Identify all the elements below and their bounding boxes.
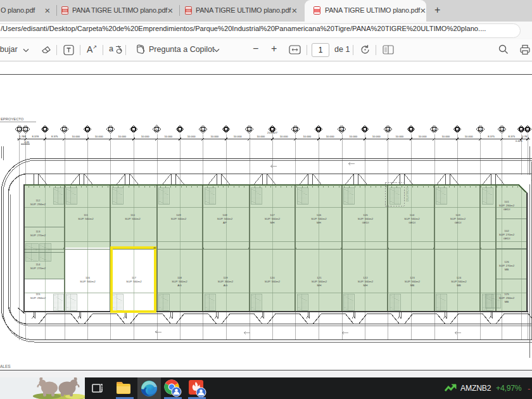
svg-text:GEDI: GEDI	[455, 221, 462, 224]
svg-text:10.000: 10.000	[141, 135, 149, 138]
svg-text:GEDI: GEDI	[408, 221, 415, 224]
svg-text:SUP. 360m2: SUP. 360m2	[218, 280, 234, 283]
svg-text:SUP. 560m2: SUP. 560m2	[125, 217, 141, 220]
svg-text:SUP. 560m2: SUP. 560m2	[450, 217, 466, 220]
svg-text:113: 113	[36, 230, 41, 233]
svg-text:124: 124	[457, 276, 462, 279]
svg-text:0.425: 0.425	[516, 139, 522, 142]
svg-text:EPROYECTO: EPROYECTO	[1, 117, 24, 121]
svg-text:19: 19	[410, 128, 413, 131]
svg-text:10.000: 10.000	[164, 135, 172, 138]
svg-text:AG: AG	[224, 284, 228, 287]
svg-text:10.000: 10.000	[187, 135, 196, 138]
svg-text:AG: AG	[177, 284, 182, 287]
svg-text:SUP. 270m2: SUP. 270m2	[30, 267, 46, 270]
svg-text:SUP. 560m2: SUP. 560m2	[172, 280, 187, 283]
svg-text:117: 117	[132, 276, 137, 279]
svg-text:121: 121	[317, 276, 322, 279]
svg-text:106: 106	[317, 213, 322, 217]
svg-text:125: 125	[504, 293, 509, 296]
svg-text:SUP. 270m2: SUP. 270m2	[499, 233, 515, 236]
svg-text:10.000: 10.000	[395, 135, 403, 138]
svg-text:22: 22	[479, 128, 482, 131]
svg-text:108: 108	[222, 213, 227, 217]
svg-text:SUP. 560m2: SUP. 560m2	[80, 280, 96, 283]
svg-text:AP: AP	[223, 221, 227, 224]
svg-text:18: 18	[386, 128, 390, 131]
svg-text:14: 14	[294, 128, 297, 131]
svg-text:GEDI: GEDI	[504, 208, 510, 211]
svg-text:119: 119	[224, 276, 229, 279]
svg-text:SUP. 560m2: SUP. 560m2	[171, 217, 187, 220]
svg-text:8.375: 8.375	[509, 135, 516, 138]
svg-text:SUP. 560m2: SUP. 560m2	[217, 217, 233, 220]
svg-text:10.000: 10.000	[349, 135, 357, 138]
svg-text:10.000: 10.000	[234, 135, 242, 138]
svg-text:110: 110	[130, 213, 136, 217]
svg-text:115: 115	[36, 293, 41, 296]
svg-text:126: 126	[504, 260, 509, 263]
svg-text:SUP. 294m2: SUP. 294m2	[30, 203, 46, 206]
svg-text:SUP. 560m2: SUP. 560m2	[265, 280, 281, 283]
svg-text:10.000: 10.000	[419, 135, 427, 138]
svg-text:118: 118	[177, 276, 182, 279]
svg-text:GEDI: GEDI	[362, 221, 369, 224]
svg-text:8.375: 8.375	[51, 135, 58, 138]
svg-text:123: 123	[410, 276, 415, 279]
svg-text:10.000: 10.000	[465, 135, 473, 138]
svg-text:10.000: 10.000	[372, 135, 381, 138]
svg-text:10.000: 10.000	[280, 135, 288, 138]
svg-text:DILATACIO: DILATACIO	[406, 186, 409, 201]
svg-text:SUP. 560m2: SUP. 560m2	[404, 217, 420, 220]
svg-text:104: 104	[410, 213, 415, 217]
svg-text:SUP. 270m2: SUP. 270m2	[30, 234, 46, 237]
svg-text:12: 12	[248, 128, 251, 131]
svg-text:101: 101	[504, 200, 509, 203]
svg-text:8.378: 8.378	[32, 135, 39, 138]
svg-text:111: 111	[84, 213, 88, 217]
svg-text:17: 17	[364, 128, 367, 131]
svg-text:10.000: 10.000	[441, 135, 450, 138]
svg-text:SUP. 560m2: SUP. 560m2	[358, 280, 374, 283]
svg-text:15: 15	[317, 128, 320, 131]
svg-text:MH: MH	[317, 221, 321, 224]
svg-text:SUP. 560m2: SUP. 560m2	[265, 217, 281, 220]
svg-text:MB: MB	[505, 300, 509, 303]
svg-text:SUP. 560m2: SUP. 560m2	[405, 280, 421, 283]
svg-text:25: 25	[526, 128, 529, 131]
svg-text:114: 114	[36, 263, 41, 266]
svg-text:0.45: 0.45	[24, 141, 30, 144]
svg-text:109: 109	[176, 213, 181, 217]
svg-text:MB: MB	[410, 284, 415, 287]
svg-text:MH: MH	[270, 221, 275, 224]
svg-text:SUP. 284m2: SUP. 284m2	[499, 204, 515, 207]
svg-text:8.375: 8.375	[488, 135, 495, 138]
svg-text:105: 105	[363, 213, 368, 217]
svg-text:SUP. 560m2: SUP. 560m2	[311, 217, 327, 220]
svg-text:MH: MH	[364, 284, 368, 287]
svg-text:SUP. 284m2: SUP. 284m2	[499, 296, 515, 300]
svg-text:120: 120	[270, 276, 275, 279]
svg-text:10: 10	[201, 128, 205, 131]
svg-text:23: 23	[500, 128, 504, 131]
svg-text:10.000: 10.000	[256, 135, 265, 138]
svg-text:24: 24	[520, 128, 523, 131]
svg-text:102: 102	[504, 229, 509, 232]
svg-text:SUP. 560m2: SUP. 560m2	[126, 280, 142, 283]
svg-text:SUP. 560m2: SUP. 560m2	[78, 217, 94, 220]
svg-text:122: 122	[363, 276, 368, 279]
svg-text:MH: MH	[317, 284, 322, 287]
svg-text:1.788: 1.788	[19, 135, 26, 138]
svg-text:MB: MB	[505, 268, 509, 271]
svg-text:10.000: 10.000	[326, 135, 334, 138]
svg-text:10.000: 10.000	[303, 135, 311, 138]
svg-text:103: 103	[455, 213, 460, 217]
svg-text:SUP. 560m2: SUP. 560m2	[451, 280, 467, 283]
svg-text:219,827: 219,827	[267, 131, 277, 134]
svg-text:112: 112	[36, 199, 41, 202]
svg-text:ALES: ALES	[0, 364, 11, 369]
svg-text:107: 107	[270, 213, 275, 217]
svg-text:SUP. 270m2: SUP. 270m2	[499, 264, 515, 267]
svg-text:MB: MB	[457, 284, 461, 287]
svg-text:116: 116	[86, 276, 91, 279]
